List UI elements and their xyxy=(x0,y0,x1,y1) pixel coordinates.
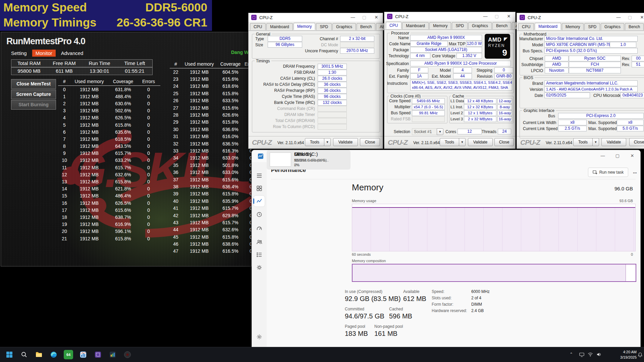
task-manager-taskbar-icon[interactable] xyxy=(78,350,88,359)
close-button-footer[interactable]: Close xyxy=(629,138,644,146)
info-value: 6000 MHz xyxy=(471,289,490,296)
screen-capture-button[interactable]: Screen Capture xyxy=(11,89,56,99)
detail-label: In use (Compressed) xyxy=(345,289,401,294)
metric-list-item[interactable]: GPU 0 NVIDIA GeForce G... 2% xyxy=(267,150,351,168)
errors: 0 xyxy=(244,184,251,189)
maximize-button[interactable]: ▢ xyxy=(610,150,625,162)
cpuz-tab[interactable]: SPD xyxy=(452,22,468,29)
thread-number: 39 xyxy=(170,191,182,196)
package-value: Socket AM5 (LGA1718) xyxy=(410,47,482,53)
cpuz-tab[interactable]: Mainboard xyxy=(535,23,561,30)
notifications-bell-icon[interactable] xyxy=(638,352,643,357)
start-button[interactable] xyxy=(5,350,14,359)
thread-number: 8 xyxy=(58,143,71,149)
taskbar-clock[interactable]: 4:20 AM 3/19/2025 xyxy=(620,349,637,360)
minimize-button[interactable]: — xyxy=(347,13,359,22)
table-row: 16 1912 MB 626.5% 0 xyxy=(58,199,160,206)
services-icon[interactable] xyxy=(254,262,265,273)
cpuz-tab[interactable]: Bench xyxy=(625,23,644,30)
wifi-icon[interactable] xyxy=(588,352,593,357)
errors: 0 xyxy=(244,241,251,247)
cpuz-tab[interactable]: Mainboard xyxy=(402,22,429,29)
clock-date: 3/19/2025 xyxy=(620,355,637,360)
processes-icon[interactable] xyxy=(254,183,265,194)
coverage: 638.7% xyxy=(108,215,139,220)
table-row: 37 1912 MB 615.6% 0 xyxy=(170,176,251,183)
cpuz-tab[interactable]: Memory xyxy=(429,22,451,29)
tools-dropdown-icon[interactable]: ▼ xyxy=(324,138,331,146)
cpuz-tab[interactable]: Graphics xyxy=(468,22,492,29)
cpuz-taskbar-icon[interactable] xyxy=(93,350,103,359)
validate-button[interactable]: Validate xyxy=(468,138,493,146)
thread-number: 23 xyxy=(170,76,182,82)
titlebar[interactable]: CPU-Z — ▢ ✕ xyxy=(517,13,644,22)
run-new-task-button[interactable]: Run new task xyxy=(588,168,628,177)
tray-chevron-icon[interactable]: ⌃ xyxy=(570,352,573,357)
cpuz-tab[interactable]: CPU xyxy=(386,22,401,29)
details-icon[interactable] xyxy=(254,249,265,260)
validate-button[interactable]: Validate xyxy=(601,138,626,146)
tools-button[interactable]: Tools xyxy=(573,138,593,146)
tools-dropdown-icon[interactable]: ▼ xyxy=(459,138,466,146)
tools-dropdown-icon[interactable]: ▼ xyxy=(592,138,599,146)
settings-icon[interactable] xyxy=(254,331,265,342)
maximize-button[interactable]: ▢ xyxy=(491,12,502,21)
minimize-button[interactable]: — xyxy=(480,12,491,21)
memtest-tab[interactable]: Setting xyxy=(8,50,30,57)
minimize-button[interactable]: — xyxy=(595,150,610,162)
memtest-table-left: #Used memoryCoverageErrors 0 1912 MB 631… xyxy=(58,79,160,242)
cpuz-tab[interactable]: Mainboard xyxy=(266,23,293,30)
tools-button[interactable]: Tools xyxy=(305,138,324,146)
memtest-tab[interactable]: Monitor xyxy=(32,50,56,57)
app-history-icon[interactable] xyxy=(254,209,265,220)
cpuz-tab[interactable]: Bench xyxy=(492,22,511,29)
more-options-button[interactable]: ... xyxy=(633,169,637,174)
southbridge-value: FCH xyxy=(569,62,621,67)
minimize-button[interactable]: — xyxy=(613,13,624,22)
tools-button[interactable]: Tools xyxy=(440,138,459,146)
cpuz-tab[interactable]: Memory xyxy=(562,23,584,30)
maximize-button[interactable]: ▢ xyxy=(624,13,636,22)
close-button-footer[interactable]: Close xyxy=(494,138,514,146)
coverage: 636.5% xyxy=(217,141,244,146)
tray-display-icon[interactable] xyxy=(579,353,584,357)
close-button-footer[interactable]: Close xyxy=(360,138,380,146)
cpuz-tab[interactable]: SPD xyxy=(584,23,600,30)
validate-button[interactable]: Validate xyxy=(333,138,358,146)
close-memtest-button[interactable]: Close MemTest xyxy=(11,79,56,89)
close-button[interactable]: ✕ xyxy=(371,13,382,22)
cpuz-tab[interactable]: Bench xyxy=(357,23,375,30)
file-explorer-icon[interactable] xyxy=(34,350,44,359)
startup-apps-icon[interactable] xyxy=(254,223,265,234)
menu-icon[interactable] xyxy=(254,170,265,181)
search-icon[interactable] xyxy=(19,350,29,359)
performance-icon[interactable] xyxy=(254,196,265,206)
utility-app-icon[interactable] xyxy=(123,350,132,359)
edge-browser-icon[interactable] xyxy=(49,350,58,359)
hwinfo64-icon[interactable]: 64 xyxy=(64,350,73,359)
cpuz-tab[interactable]: Graphics xyxy=(332,23,356,30)
memtest-tab[interactable]: Advanced xyxy=(58,50,87,57)
close-button[interactable]: ✕ xyxy=(503,12,515,21)
cpuz-tab[interactable]: SPD xyxy=(316,23,332,30)
cpuz-tab[interactable]: CPU xyxy=(250,23,266,30)
errors: 0 xyxy=(139,94,159,99)
memory-usage-max: 93.6 GB xyxy=(620,199,633,203)
volume-icon[interactable] xyxy=(597,352,602,357)
close-button[interactable]: ✕ xyxy=(625,150,640,162)
summary-value-cell: 01:55:21 xyxy=(117,67,152,75)
users-icon[interactable] xyxy=(254,237,265,247)
maximize-button[interactable]: ▢ xyxy=(359,13,370,22)
timing-value xyxy=(318,106,347,112)
benchmark-app-icon[interactable] xyxy=(108,350,117,359)
titlebar[interactable]: CPU-Z — ▢ ✕ xyxy=(384,12,515,21)
close-button[interactable]: ✕ xyxy=(636,13,644,22)
memory-info-banner: Memory Speed DDR5-6000 Memory Timings 26… xyxy=(0,0,212,31)
cpuz-tab[interactable]: CPU xyxy=(518,23,534,30)
cpuz-tab[interactable]: Graphics xyxy=(601,23,624,30)
selection-dropdown[interactable]: Socket #1 xyxy=(412,128,439,135)
selection-dropdown-icon[interactable]: ▼ xyxy=(437,128,443,135)
cpuz-tab[interactable]: Memory xyxy=(293,23,315,30)
titlebar[interactable]: CPU-Z — ▢ ✕ xyxy=(249,13,383,22)
memory-composition-bar[interactable] xyxy=(352,264,636,282)
